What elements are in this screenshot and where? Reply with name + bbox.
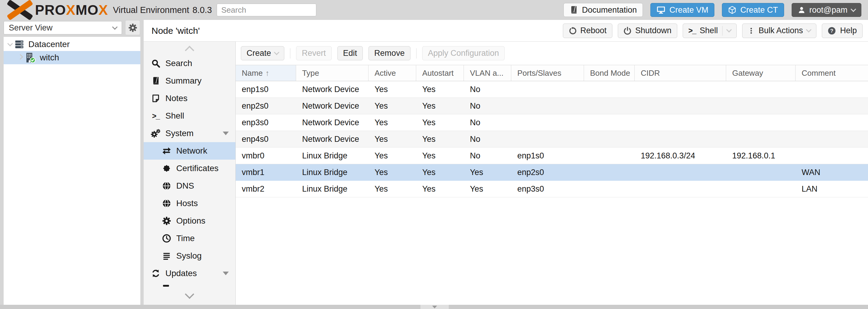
bottom-panel-collapsed [0, 305, 868, 309]
shutdown-button[interactable]: Shutdown [618, 24, 677, 38]
column-header-cidr[interactable]: CIDR [635, 65, 726, 81]
network-toolbar: Create Revert Edit Remove Apply Configur… [236, 42, 868, 65]
table-row[interactable]: vmbr0Linux BridgeYesYesNoenp1s0192.168.0… [236, 148, 868, 164]
column-header-autostart[interactable]: Autostart [416, 65, 464, 81]
nav-item-system[interactable]: System [144, 125, 236, 142]
network-icon [162, 146, 171, 155]
shell-button[interactable]: >_ Shell [683, 24, 737, 38]
gears-icon [151, 129, 161, 138]
gear-icon [162, 216, 171, 225]
table-row[interactable]: enp1s0Network DeviceYesYesNo [236, 81, 868, 98]
nav-item-dns[interactable]: DNS [144, 177, 236, 195]
gear-icon [128, 23, 137, 32]
node-nav-menu: Search Summary Notes >_ Shell System Net… [144, 42, 236, 305]
node-icon [25, 52, 36, 63]
column-header-comment[interactable]: Comment [796, 65, 868, 81]
divider [722, 26, 722, 36]
nav-item-updates[interactable]: Updates [144, 265, 236, 282]
reboot-icon [568, 27, 577, 35]
collapse-triangle-icon[interactable] [223, 131, 229, 135]
search-icon [151, 59, 160, 68]
edit-button[interactable]: Edit [337, 46, 363, 60]
nav-item-time[interactable]: Time [144, 229, 236, 247]
nav-item-network[interactable]: Network [144, 142, 236, 160]
certificate-icon [162, 164, 171, 173]
nav-item-search[interactable]: Search [144, 55, 236, 72]
bulk-actions-button[interactable]: Bulk Actions [742, 24, 816, 38]
column-header-vlan[interactable]: VLAN a... [464, 65, 511, 81]
tree-item-datacenter[interactable]: Datacenter [4, 38, 140, 51]
menu-scroll-up[interactable] [144, 45, 236, 54]
help-button[interactable]: Help [822, 24, 863, 38]
book-icon [569, 6, 578, 14]
chevron-down-icon[interactable] [7, 41, 13, 46]
column-header-ports[interactable]: Ports/Slaves [511, 65, 584, 81]
node-header-bar: Node 'witch' Reboot Shutdown >_ Shell Bu… [144, 20, 868, 42]
chevron-down-icon [274, 50, 279, 55]
revert-button[interactable]: Revert [296, 46, 332, 60]
chevron-down-icon[interactable] [726, 27, 732, 32]
create-vm-button[interactable]: Create VM [650, 3, 714, 17]
collapse-triangle-icon[interactable] [223, 272, 229, 275]
network-panel: Create Revert Edit Remove Apply Configur… [236, 42, 868, 305]
create-button[interactable]: Create [241, 46, 284, 60]
column-header-active[interactable]: Active [369, 65, 416, 81]
table-row-selected[interactable]: vmbr1Linux BridgeYesYesYesenp2s0WAN [236, 164, 868, 181]
resource-tree: Datacenter witch [4, 37, 140, 305]
table-row[interactable]: enp2s0Network DeviceYesYesNo [236, 98, 868, 114]
datacenter-icon [14, 39, 24, 49]
nav-item-summary[interactable]: Summary [144, 72, 236, 90]
apply-configuration-button[interactable]: Apply Configuration [422, 46, 505, 60]
remove-button[interactable]: Remove [369, 46, 410, 60]
clock-icon [162, 234, 171, 243]
nav-item-shell[interactable]: >_ Shell [144, 107, 236, 125]
table-row[interactable]: enp4s0Network DeviceYesYesNo [236, 131, 868, 148]
create-ct-button[interactable]: Create CT [722, 3, 784, 17]
user-icon [798, 6, 806, 14]
power-icon [623, 27, 631, 35]
terminal-icon: >_ [152, 112, 160, 120]
nav-item-certificates[interactable]: Certificates [144, 160, 236, 177]
user-menu-button[interactable]: root@pam [792, 3, 861, 17]
column-header-type[interactable]: Type [296, 65, 369, 81]
globe-icon [162, 181, 171, 190]
global-search-input[interactable] [217, 4, 316, 16]
globe-icon [162, 199, 171, 208]
table-header-row: Name↑ Type Active Autostart VLAN a... Po… [236, 65, 868, 81]
chevron-down-icon [850, 6, 856, 12]
bottom-panel-expander[interactable] [421, 305, 449, 309]
tree-settings-button[interactable] [126, 21, 140, 35]
chevron-right-icon[interactable] [18, 54, 23, 59]
menu-scroll-down[interactable] [144, 293, 236, 298]
view-selector[interactable]: Server View [4, 21, 122, 34]
book-icon [152, 76, 160, 85]
tree-item-witch[interactable]: witch [4, 51, 140, 64]
table-row[interactable]: vmbr2Linux BridgeYesYesYesenp3s0LAN [236, 181, 868, 197]
product-version: 8.0.3 [192, 5, 212, 15]
documentation-button[interactable]: Documentation [563, 3, 643, 17]
network-table: Name↑ Type Active Autostart VLAN a... Po… [236, 65, 868, 197]
page-title: Node 'witch' [152, 26, 200, 36]
nav-item-partial [163, 285, 169, 287]
nav-item-syslog[interactable]: Syslog [144, 247, 236, 265]
column-header-name[interactable]: Name↑ [236, 65, 296, 81]
chevron-down-icon [432, 306, 437, 308]
nav-item-options[interactable]: Options [144, 212, 236, 229]
toolbar-separator [416, 48, 416, 59]
proxmox-x-icon [8, 1, 32, 19]
list-icon [162, 252, 171, 260]
monitor-icon [656, 5, 665, 14]
table-row[interactable]: enp3s0Network DeviceYesYesNo [236, 114, 868, 131]
product-name: Virtual Environment [113, 5, 189, 15]
nav-item-hosts[interactable]: Hosts [144, 195, 236, 212]
proxmox-logo: PROXMOX Virtual Environment 8.0.3 [8, 1, 212, 19]
reboot-button[interactable]: Reboot [563, 24, 612, 38]
column-header-gateway[interactable]: Gateway [726, 65, 796, 81]
terminal-icon: >_ [688, 26, 696, 35]
sort-asc-icon: ↑ [265, 68, 269, 78]
nav-item-notes[interactable]: Notes [144, 90, 236, 107]
column-header-bond-mode[interactable]: Bond Mode [584, 65, 635, 81]
chevron-down-icon [185, 289, 194, 299]
brand-text: PROXMOX [35, 2, 108, 18]
chevron-down-icon [112, 24, 117, 30]
